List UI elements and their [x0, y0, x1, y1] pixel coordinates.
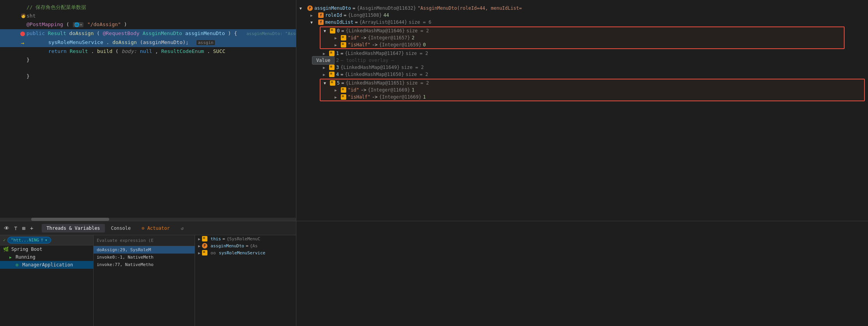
tab-refresh[interactable]: ↺ — [176, 224, 188, 233]
horizontal-scrollbar[interactable] — [0, 218, 296, 221]
var-arrow-this: ▶ — [198, 237, 200, 241]
close-brace-1: } — [27, 56, 290, 64]
close-brace-2: } — [27, 72, 290, 80]
param-type: AssginMenuDto — [142, 30, 182, 36]
tree-item4-expand[interactable]: ▶ — [323, 72, 329, 77]
filter-pill[interactable]: "htt...NING ⊤ ▾ — [7, 237, 51, 243]
param-name: assginMenuDto — [185, 30, 225, 36]
tree-item0-ishalf-expand[interactable]: ▶ — [335, 43, 341, 47]
threads-filter-header: ✓ "htt...NING ⊤ ▾ — [0, 235, 93, 245]
breakpoint-indicator[interactable] — [20, 32, 25, 36]
tree-item-3[interactable]: ▶ 3 {LinkedHashMap@11649} size = 2 — [296, 64, 868, 71]
code-line-close1: } — [0, 56, 296, 64]
debug-tabs-bar: 👁 ⊤ ⊞ + Threads & Variables Console ⊙ Ac… — [0, 221, 296, 235]
thread-item-spring-boot[interactable]: 🌿 Spring Boot — [0, 245, 93, 253]
tree-item1-expand[interactable]: ▶ — [323, 51, 329, 56]
tree-item-4[interactable]: ▶ 4 = {LinkedHashMap@11650} size = 2 — [296, 71, 868, 78]
eval-bar — [94, 235, 195, 246]
tree-item-5-ishalf[interactable]: ▶ "isHalf" -> {Integer@11669} 1 — [321, 93, 864, 100]
expand-icon[interactable]: 🌐▾ — [73, 22, 83, 27]
var-item-service[interactable]: ▶ oo sysRoleMenuService — [195, 249, 296, 256]
tree-item5-icon — [330, 80, 335, 86]
var-arrow-service: ▶ — [198, 251, 200, 255]
layout-icon[interactable]: ⊞ — [21, 224, 26, 232]
tree-item-0[interactable]: ▼ 0 = {LinkedHashMap@11646} size = 2 — [321, 27, 844, 34]
tree-item5-ishalf-expand[interactable]: ▶ — [335, 95, 341, 99]
var-icon-service — [202, 250, 207, 256]
tree-item4-icon — [329, 72, 335, 77]
var-item-this[interactable]: ▶ this = {SysRoleMenuC — [195, 235, 296, 242]
tree-item5-expand[interactable]: ▼ — [324, 81, 330, 85]
tab-threads-variables[interactable]: Threads & Variables — [42, 224, 105, 233]
eye-icon[interactable]: 👁 — [3, 224, 10, 232]
request-body-annotation: @RequestBody — [103, 30, 140, 36]
tree-item0-id-expand[interactable]: ▶ — [335, 36, 341, 40]
debug-body: ✓ "htt...NING ⊤ ▾ 🌿 Spring Boot ▶ — [0, 235, 296, 326]
code-line-return: return Result . build ( body: null , Res… — [0, 47, 296, 56]
right-debug-bottom — [296, 221, 868, 326]
code-line-service: → sysRoleMenuService . doAssign (assginM… — [0, 38, 296, 47]
var-icon-assgin: P — [202, 243, 207, 248]
mapping-path: "/doAssign" — [87, 21, 121, 27]
right-variable-tree-area: ▼ P assginMenuDto = {AssginMenuDto@11632… — [296, 0, 868, 221]
return-type: Result — [48, 30, 66, 36]
tab-actuator[interactable]: ⊙ Actuator — [137, 224, 174, 233]
tree-item5-id-expand[interactable]: ▶ — [335, 88, 341, 92]
add-icon[interactable]: + — [29, 224, 34, 232]
running-play-icon: ▶ — [9, 255, 12, 259]
tree-item0-icon — [330, 28, 335, 33]
tree-item3-icon — [329, 65, 335, 70]
method-name: doAssign — [69, 30, 94, 36]
var-item-assgin[interactable]: ▶ P assginMenuDto = {As — [195, 242, 296, 249]
frame-invoke0[interactable]: invoke0:-1, NativeMeth — [94, 254, 195, 261]
tree-item3-expand[interactable]: ▶ — [323, 65, 329, 70]
filter-icon[interactable]: ⊤ — [13, 224, 18, 232]
eval-expression-input[interactable] — [97, 238, 191, 243]
frames-panel: doAssign:29, SysRoleM invoke0:-1, Native… — [94, 235, 195, 326]
checkmark-icon: ✓ — [3, 238, 6, 243]
tree-item-2[interactable]: ▶ 2 — tooltip overlay — Value — [296, 57, 868, 64]
tree-menulist-expand[interactable]: ▼ — [310, 20, 317, 25]
variables-panel: ▶ this = {SysRoleMenuC ▶ P assginMenuDto… — [195, 235, 296, 326]
frame-do-assign[interactable]: doAssign:29, SysRoleM — [94, 246, 195, 254]
tree-root-name: assginMenuDto — [314, 5, 351, 11]
thread-item-manager-app[interactable]: ⚙ ManagerApplication — [0, 261, 93, 269]
success-const: SUCC — [213, 48, 225, 54]
tree-item0-expand[interactable]: ▼ — [324, 29, 330, 33]
tree-item-0-ishalf[interactable]: ▶ "isHalf" -> {Integer@11659} 0 — [321, 41, 844, 48]
thread-item-running[interactable]: ▶ Running — [0, 253, 93, 261]
tree-item0-ishalf-icon — [341, 42, 346, 48]
tree-item-1[interactable]: ▶ 1 = {LinkedHashMap@11647} size = 2 — [296, 50, 868, 57]
frame-invoke77[interactable]: invoke:77, NativeMetho — [94, 261, 195, 268]
manager-app-icon: ⚙ — [16, 262, 18, 268]
code-line-close2: } — [0, 72, 296, 81]
highlighted-item-5: ▼ 5 = {LinkedHashMap@11651} size = 2 ▶ "… — [320, 79, 865, 101]
tree-item-0-id[interactable]: ▶ "id" -> {Integer@11657} 2 — [321, 34, 844, 41]
tree-item-5[interactable]: ▼ 5 = {LinkedHashMap@11651} size = 2 — [321, 79, 864, 86]
tree-root-icon: P — [307, 5, 313, 11]
tree-item-5-id[interactable]: ▶ "id" -> {Integer@11669} 1 — [321, 86, 864, 93]
var-arrow-assgin: ▶ — [198, 244, 200, 248]
tab-console[interactable]: Console — [106, 224, 136, 233]
service-call: sysRoleMenuService — [48, 39, 103, 45]
tree-item5-ishalf-icon — [341, 94, 346, 100]
code-line-annotation: @PostMapping ( 🌐▾ "/doAssign" ) — [0, 20, 296, 29]
tree-root-expand[interactable]: ▼ — [299, 6, 306, 11]
scrollbar-thumb[interactable] — [31, 218, 109, 221]
debug-inline-hint: assgin — [197, 40, 215, 45]
body-hint: body: — [122, 48, 140, 54]
build-method: build — [97, 48, 112, 54]
filter-chevron[interactable]: ▾ — [45, 238, 48, 243]
tree-menulist-icon: f — [318, 19, 324, 25]
tree-roleid-expand[interactable]: ▶ — [310, 13, 317, 18]
threads-panel: ✓ "htt...NING ⊤ ▾ 🌿 Spring Boot ▶ — [0, 235, 94, 326]
annotation-post: @PostMapping — [27, 21, 63, 27]
tree-root-assgin[interactable]: ▼ P assginMenuDto = {AssginMenuDto@11632… — [296, 5, 868, 12]
filter-icon-small: ⊤ — [41, 238, 43, 243]
tree-item0-id-icon — [341, 35, 346, 41]
code-line-user: 🧑 sht — [0, 12, 296, 20]
tree-role-id[interactable]: ▶ f roleId = {Long@11508} 44 — [296, 12, 868, 19]
tree-menu-id-list[interactable]: ▼ f menuIdList = {ArrayList@11644} size … — [296, 19, 868, 26]
code-line-method[interactable]: public Result doAssign ( @RequestBody As… — [0, 29, 296, 38]
debug-toolbar-icons: 👁 ⊤ ⊞ + — [3, 224, 34, 232]
